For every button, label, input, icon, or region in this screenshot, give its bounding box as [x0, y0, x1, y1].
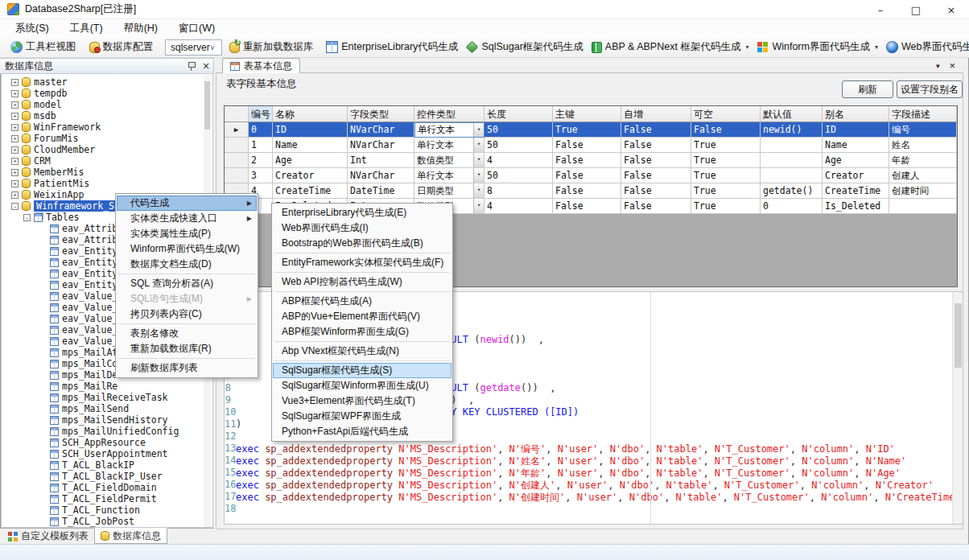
- tree-item[interactable]: mps_MailSend: [2, 403, 212, 414]
- submenu-item-sqlsugar-wpf[interactable]: SqlSugar框架WPF界面生成: [273, 409, 452, 424]
- expand-toggle[interactable]: +: [11, 79, 19, 86]
- tree-item[interactable]: +tempdb: [2, 88, 212, 99]
- grid-cell[interactable]: False: [621, 138, 691, 153]
- column-header[interactable]: 自增: [621, 106, 691, 121]
- expand-toggle[interactable]: +: [11, 124, 19, 131]
- submenu-item-abp[interactable]: ABP框架代码生成(A): [273, 294, 452, 309]
- menubar-item-tools[interactable]: 工具(T): [60, 19, 113, 37]
- grid-cell[interactable]: 年龄: [889, 153, 957, 168]
- grid-cell[interactable]: Age: [273, 153, 348, 168]
- expand-toggle[interactable]: -: [11, 203, 19, 210]
- menu-item-alias-edit[interactable]: 表别名修改: [117, 326, 257, 341]
- editor-scrollbar[interactable]: [952, 292, 963, 524]
- tree-item[interactable]: T_ACL_Function: [2, 504, 212, 516]
- grid-cell[interactable]: 4: [484, 153, 553, 168]
- expand-toggle[interactable]: +: [11, 101, 19, 109]
- grid-cell[interactable]: 50: [484, 168, 553, 183]
- expand-toggle[interactable]: +: [11, 191, 19, 199]
- tree-item[interactable]: +MemberMis: [2, 167, 212, 178]
- column-header[interactable]: 可空: [691, 106, 761, 121]
- expand-toggle[interactable]: +: [11, 113, 19, 120]
- close-button[interactable]: ×: [934, 0, 969, 19]
- code-line[interactable]: 15exec sp_addextendedproperty N'MS_Descr…: [225, 467, 963, 479]
- menu-item-db-doc[interactable]: 数据库文档生成(D): [117, 257, 257, 272]
- grid-cell[interactable]: False: [691, 122, 761, 138]
- code-line[interactable]: 14exec sp_addextendedproperty N'MS_Descr…: [225, 455, 963, 467]
- dropdown-button[interactable]: ▾: [473, 138, 484, 152]
- grid-cell[interactable]: 0: [761, 199, 823, 214]
- menu-item-entity-quick[interactable]: 实体类生成快速入口▶: [117, 211, 257, 226]
- submenu-item-web[interactable]: Web界面代码生成(I): [273, 220, 452, 236]
- tree-item[interactable]: +PatientMis: [2, 178, 212, 189]
- code-line[interactable]: 16exec sp_addextendedproperty N'MS_Descr…: [225, 479, 963, 491]
- server-combobox[interactable]: sqlserver ∨: [165, 39, 222, 56]
- table-row[interactable]: ▶0IDNVarChar单行文本▾50TrueFalseFalsenewid()…: [225, 122, 957, 138]
- grid-cell[interactable]: 3: [249, 168, 273, 183]
- grid-cell[interactable]: False: [621, 183, 691, 199]
- grid-cell[interactable]: False: [621, 168, 691, 183]
- column-header[interactable]: [225, 106, 249, 121]
- dropdown-button[interactable]: ▾: [473, 199, 484, 213]
- grid-cell[interactable]: 数值类型▾: [414, 153, 484, 168]
- tab-close-button[interactable]: ×: [949, 60, 955, 72]
- grid-cell[interactable]: 姓名: [889, 138, 957, 153]
- grid-cell[interactable]: False: [553, 168, 621, 183]
- grid-cell[interactable]: [761, 138, 823, 153]
- grid-cell[interactable]: True: [553, 122, 621, 138]
- grid-cell[interactable]: True: [691, 138, 761, 153]
- dock-tab-custom-templates[interactable]: 自定义模板列表: [2, 529, 94, 544]
- grid-cell[interactable]: Int: [348, 153, 414, 168]
- grid-cell[interactable]: [889, 199, 957, 214]
- grid-cell[interactable]: True: [691, 153, 761, 168]
- grid-cell[interactable]: False: [553, 199, 621, 214]
- column-header[interactable]: 别名: [823, 106, 889, 121]
- tree-item[interactable]: +msdb: [2, 110, 212, 121]
- table-row[interactable]: 2AgeInt数值类型▾4FalseFalseTrueAge年龄: [225, 153, 957, 168]
- grid-cell[interactable]: 4: [484, 199, 553, 214]
- grid-cell[interactable]: 2: [249, 153, 273, 168]
- menu-item-entity-props[interactable]: 实体类属性生成(P): [117, 226, 257, 241]
- grid-cell[interactable]: Creator: [823, 168, 889, 183]
- code-line[interactable]: 13exec sp_addextendedproperty N'MS_Descr…: [225, 443, 963, 455]
- menubar-item-help[interactable]: 帮助(H): [113, 19, 168, 37]
- pin-icon[interactable]: [188, 61, 196, 71]
- expand-toggle[interactable]: +: [11, 180, 19, 187]
- grid-cell[interactable]: 日期类型▾: [414, 183, 484, 199]
- enterprise-codegen-button[interactable]: EnterpriseLibrary代码生成: [322, 39, 462, 56]
- grid-cell[interactable]: True: [691, 183, 761, 199]
- row-selector[interactable]: ▶: [225, 122, 249, 138]
- submenu-item-webapi[interactable]: Web API控制器代码生成(W): [273, 274, 452, 290]
- winform-codegen-button[interactable]: Winform界面代码生成 ▾: [753, 39, 882, 56]
- toolbar-view-button[interactable]: 工具栏视图: [6, 39, 80, 56]
- grid-cell[interactable]: Is_Deleted: [823, 199, 889, 214]
- dropdown-button[interactable]: ▾: [473, 168, 484, 183]
- submenu-item-enterprise[interactable]: EnterpriseLibrary代码生成(E): [273, 205, 452, 220]
- tree-item[interactable]: T_ACL_JobPost: [2, 516, 212, 527]
- tree-item[interactable]: T_ACL_BlackIP: [2, 459, 212, 471]
- grid-cell[interactable]: 50: [484, 138, 553, 153]
- code-line[interactable]: 18: [225, 503, 963, 515]
- tree-item[interactable]: SCH_AppResource: [2, 437, 212, 448]
- table-row[interactable]: 1NameNVarChar单行文本▾50FalseFalseTrueName姓名: [225, 138, 957, 153]
- minimize-button[interactable]: –: [863, 0, 898, 19]
- chevron-down-icon[interactable]: ▾: [875, 43, 878, 51]
- menu-item-copy-list[interactable]: 拷贝列表内容(C): [117, 307, 257, 322]
- grid-cell[interactable]: getdate(): [761, 183, 823, 199]
- grid-cell[interactable]: NVarChar: [348, 168, 414, 183]
- row-selector[interactable]: [225, 138, 249, 153]
- tree-item[interactable]: +CRM: [2, 155, 212, 167]
- sqlsugar-codegen-button[interactable]: SqlSugar框架代码生成: [462, 39, 587, 56]
- submenu-item-python-fastapi[interactable]: Python+FastApi后端代码生成: [273, 424, 452, 439]
- tree-item[interactable]: +model: [2, 99, 212, 110]
- close-icon[interactable]: ×: [202, 61, 210, 71]
- tree-item[interactable]: SCH_UserAppointment: [2, 448, 212, 459]
- grid-cell[interactable]: NVarChar: [348, 122, 414, 138]
- code-line[interactable]: 17exec sp_addextendedproperty N'MS_Descr…: [225, 491, 963, 503]
- web-codegen-button[interactable]: Web界面代码生成 ▾: [882, 39, 969, 56]
- tree-item[interactable]: mps_MailRe: [2, 381, 212, 392]
- grid-cell[interactable]: False: [553, 183, 621, 199]
- grid-cell[interactable]: 50: [484, 122, 553, 138]
- grid-cell[interactable]: 单行文本▾: [414, 138, 484, 153]
- tree-item[interactable]: T_ACL_FieldPermit: [2, 493, 212, 504]
- grid-cell[interactable]: False: [621, 199, 691, 214]
